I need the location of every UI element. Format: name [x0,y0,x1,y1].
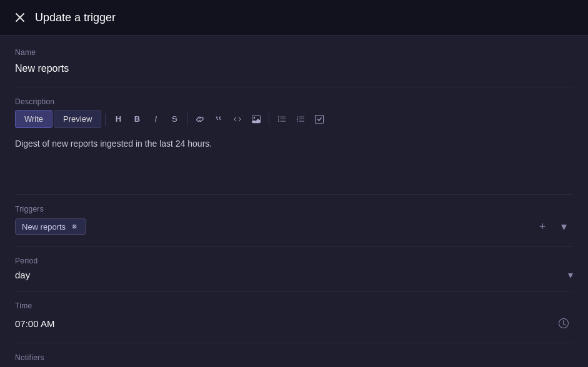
link-icon [196,115,204,124]
italic-icon: I [155,114,157,124]
notifiers-label: Notifiers [15,353,573,362]
toolbar-divider [105,113,106,125]
time-clock-button[interactable] [554,314,573,333]
description-label: Description [15,97,573,106]
image-icon [252,115,261,124]
period-select-row[interactable]: day ▾ [15,269,573,281]
close-button[interactable] [12,10,27,25]
name-input[interactable] [15,61,573,77]
code-icon [233,115,242,124]
toolbar-divider3 [269,113,269,125]
strikethrough-icon: S [172,114,177,124]
strikethrough-button[interactable]: S [166,110,183,128]
quote-button[interactable] [210,110,227,128]
remove-icon [71,223,77,230]
period-value: day [15,270,30,280]
time-row: 07:00 AM [15,314,573,333]
triggers-actions: + ▾ [533,217,573,236]
write-tab[interactable]: Write [15,110,52,128]
clock-icon [559,318,569,328]
italic-button[interactable]: I [147,110,164,128]
triggers-label: Triggers [15,205,573,213]
trigger-tag: New reports [15,218,86,235]
add-trigger-button[interactable]: + [533,217,552,236]
editor-toolbar: Write Preview H B I S [15,110,573,128]
unordered-list-button[interactable] [273,110,291,128]
triggers-field-group: Triggers New reports + [15,205,573,247]
unordered-list-icon [277,115,286,124]
name-field-group: Name [15,48,573,87]
time-label: Time [15,301,573,310]
trigger-tag-remove[interactable] [69,222,79,232]
time-field-group: Time 07:00 AM [15,301,573,343]
update-trigger-modal: Update a trigger Name Description Write … [0,0,588,367]
description-field-group: Description Write Preview H B I S [15,97,573,195]
time-value: 07:00 AM [15,318,54,329]
triggers-dropdown-button[interactable]: ▾ [554,217,573,236]
triggers-row: New reports + ▾ [15,217,573,236]
code-button[interactable] [229,110,246,128]
add-icon: + [539,220,546,233]
notifiers-field-group: Notifiers Default mailer ▾ [15,353,573,367]
link-button[interactable] [191,110,209,128]
period-chevron-icon: ▾ [568,269,573,281]
toolbar-divider2 [187,113,187,125]
name-label: Name [15,48,573,57]
quote-icon [214,115,223,124]
image-button[interactable] [247,110,265,128]
bold-button[interactable]: B [128,110,146,128]
modal-title: Update a trigger [35,11,116,24]
bold-icon: B [134,114,140,124]
period-label: Period [15,257,573,265]
ordered-list-icon [296,115,305,124]
period-field-group: Period day ▾ [15,257,573,291]
modal-header: Update a trigger [0,0,588,36]
preview-tab[interactable]: Preview [54,110,101,128]
ordered-list-button[interactable] [292,110,309,128]
heading-button[interactable]: H [109,110,127,128]
trigger-tag-label: New reports [22,222,66,232]
heading-icon: H [116,114,121,124]
tasklist-button[interactable] [311,110,328,128]
tasklist-icon [315,115,324,124]
dropdown-icon: ▾ [561,220,567,233]
modal-body: Name Description Write Preview H B I [0,36,588,367]
description-content[interactable]: Digest of new reports ingested in the la… [15,134,573,184]
